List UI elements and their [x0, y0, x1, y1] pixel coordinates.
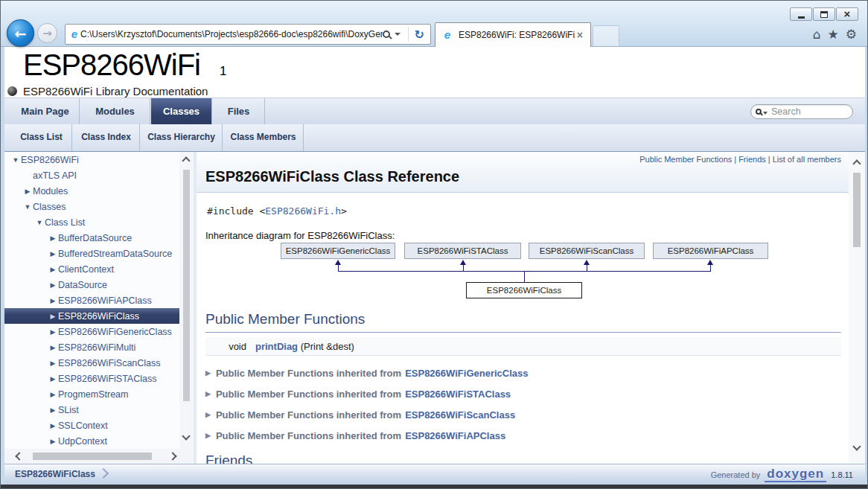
tree-item-axtls-api[interactable]: axTLS API: [4, 167, 179, 183]
tab-class-index[interactable]: Class Index: [73, 124, 140, 151]
scroll-up-icon[interactable]: [182, 156, 190, 164]
tree-item-label[interactable]: ClientContext: [58, 264, 114, 275]
tree-item-label[interactable]: ProgmemStream: [58, 389, 128, 400]
tree-item-label[interactable]: BufferDataSource: [58, 233, 132, 243]
tree-expand-icon[interactable]: [48, 250, 58, 258]
scrollbar-thumb[interactable]: [183, 170, 190, 401]
expand-arrow-icon[interactable]: [205, 411, 211, 418]
tree-item-clientcontext[interactable]: ClientContext: [4, 261, 179, 277]
tree-item-esp8266wificlass-selected[interactable]: ESP8266WiFiClass: [4, 308, 179, 324]
summary-link-all-members[interactable]: List of all members: [773, 155, 841, 164]
tree-item-label[interactable]: ESP8266WiFiMulti: [58, 342, 135, 353]
refresh-icon[interactable]: [412, 28, 427, 42]
inherited-class-link[interactable]: ESP8266WiFiScanClass: [405, 409, 515, 421]
tree-item-esp8266wifiscanclass[interactable]: ESP8266WiFiScanClass: [4, 355, 179, 371]
tree-expand-icon[interactable]: [48, 438, 58, 445]
scroll-down-icon[interactable]: [852, 442, 861, 450]
scrollbar-thumb[interactable]: [33, 453, 152, 460]
tree-item-label[interactable]: SSLContext: [58, 421, 108, 431]
tree-collapse-icon[interactable]: [34, 219, 45, 226]
tree-item-progmemstream[interactable]: ProgmemStream: [4, 386, 179, 402]
new-tab-button[interactable]: [593, 25, 619, 46]
tab-close-icon[interactable]: [575, 28, 584, 42]
tree-expand-icon[interactable]: [48, 344, 58, 351]
tree-expand-icon[interactable]: [48, 297, 58, 304]
tree-item-label[interactable]: ESP8266WiFiClass: [58, 311, 139, 322]
tree-item-label[interactable]: Modules: [33, 186, 68, 196]
tab-class-members[interactable]: Class Members: [223, 124, 304, 151]
tree-item-esp8266wifimulti[interactable]: ESP8266WiFiMulti: [4, 339, 179, 355]
expand-arrow-icon[interactable]: [205, 432, 211, 439]
tab-main-page[interactable]: Main Page: [11, 98, 80, 124]
close-button[interactable]: [836, 7, 858, 21]
sidebar-horizontal-scrollbar[interactable]: [4, 449, 194, 464]
diagram-node-scanclass[interactable]: ESP8266WiFiScanClass: [529, 243, 645, 259]
diagram-node-apclass[interactable]: ESP8266WiFiAPClass: [653, 243, 768, 259]
tree-expand-icon[interactable]: [48, 406, 58, 414]
include-file-link[interactable]: ESP8266WiFi.h: [265, 205, 341, 217]
tree-expand-icon[interactable]: [48, 359, 58, 367]
tree-item-slist[interactable]: SList: [4, 402, 179, 418]
scroll-down-icon[interactable]: [182, 432, 190, 440]
scrollbar-thumb[interactable]: [853, 173, 861, 247]
tree-expand-icon[interactable]: [48, 313, 58, 320]
breadcrumb[interactable]: ESP8266WiFiClass: [15, 469, 95, 479]
tab-classes[interactable]: Classes: [151, 98, 212, 124]
tree-item-esp8266wifistaclass[interactable]: ESP8266WiFiSTAClass: [4, 371, 179, 386]
search-icon[interactable]: [756, 109, 762, 115]
address-url-input[interactable]: [80, 26, 383, 42]
favorites-star-icon[interactable]: [828, 27, 839, 42]
search-input[interactable]: [771, 106, 848, 117]
member-name-link[interactable]: printDiag: [255, 341, 298, 352]
tree-expand-icon[interactable]: [22, 188, 33, 195]
tree-item-datasource[interactable]: DataSource: [4, 277, 179, 293]
search-box[interactable]: [750, 104, 853, 119]
inherited-section-apclass[interactable]: Public Member Functions inherited fromES…: [205, 426, 505, 445]
tree-expand-icon[interactable]: [48, 375, 58, 383]
tree-item-label[interactable]: Classes: [33, 202, 66, 212]
search-dropdown-icon[interactable]: [763, 112, 768, 115]
tree-item-sslcontext[interactable]: SSLContext: [4, 418, 179, 433]
tree-item-esp8266wifi[interactable]: ESP8266WiFi: [4, 152, 179, 167]
tree-item-label[interactable]: ESP8266WiFiScanClass: [58, 358, 161, 368]
diagram-node-staclass[interactable]: ESP8266WiFiSTAClass: [404, 243, 521, 259]
expand-arrow-icon[interactable]: [205, 369, 211, 377]
home-icon[interactable]: [813, 27, 821, 42]
sidebar-vertical-scrollbar[interactable]: [179, 152, 194, 449]
tab-class-hierarchy[interactable]: Class Hierarchy: [141, 124, 223, 151]
address-search-icon[interactable]: [383, 31, 390, 38]
tree-collapse-icon[interactable]: [22, 203, 33, 211]
tree-item-label[interactable]: UdpContext: [58, 436, 107, 447]
inherited-class-link[interactable]: ESP8266WiFiAPClass: [405, 430, 505, 441]
settings-gear-icon[interactable]: [846, 27, 857, 42]
scroll-right-icon[interactable]: [168, 452, 176, 460]
inherited-class-link[interactable]: ESP8266WiFiSTAClass: [405, 389, 511, 400]
content-vertical-scrollbar[interactable]: [849, 152, 865, 464]
tree-item-modules[interactable]: Modules: [4, 183, 179, 199]
tab-files[interactable]: Files: [213, 98, 265, 124]
tree-expand-icon[interactable]: [48, 281, 58, 289]
tree-expand-icon[interactable]: [48, 328, 58, 336]
summary-link-public-members[interactable]: Public Member Functions: [639, 155, 732, 164]
scroll-up-icon[interactable]: [852, 159, 861, 167]
inherited-section-genericclass[interactable]: Public Member Functions inherited fromES…: [205, 363, 528, 383]
tree-item-bufferdatasource[interactable]: BufferDataSource: [4, 230, 179, 246]
summary-link-friends[interactable]: Friends: [738, 155, 766, 164]
back-button[interactable]: [7, 19, 34, 47]
expand-arrow-icon[interactable]: [205, 390, 211, 397]
tree-item-label[interactable]: ESP8266WiFiSTAClass: [58, 374, 156, 384]
scroll-left-icon[interactable]: [15, 452, 23, 460]
tree-item-label[interactable]: SList: [58, 405, 79, 415]
tree-item-label[interactable]: ESP8266WiFi: [21, 155, 79, 165]
minimize-button[interactable]: [790, 7, 812, 21]
tree-expand-icon[interactable]: [48, 234, 58, 242]
tab-modules[interactable]: Modules: [80, 98, 150, 124]
tree-item-esp8266wifigenericclass[interactable]: ESP8266WiFiGenericClass: [4, 324, 179, 339]
tree-item-label[interactable]: DataSource: [58, 280, 107, 290]
tree-item-esp8266wifiapclass[interactable]: ESP8266WiFiAPClass: [4, 293, 179, 308]
inherited-class-link[interactable]: ESP8266WiFiGenericClass: [405, 368, 528, 379]
tree-item-label[interactable]: Class List: [45, 217, 85, 228]
tree-item-label[interactable]: BufferedStreamDataSource: [58, 249, 172, 259]
tree-item-classes[interactable]: Classes: [4, 199, 179, 214]
diagram-node-genericclass[interactable]: ESP8266WiFiGenericClass: [281, 243, 395, 259]
